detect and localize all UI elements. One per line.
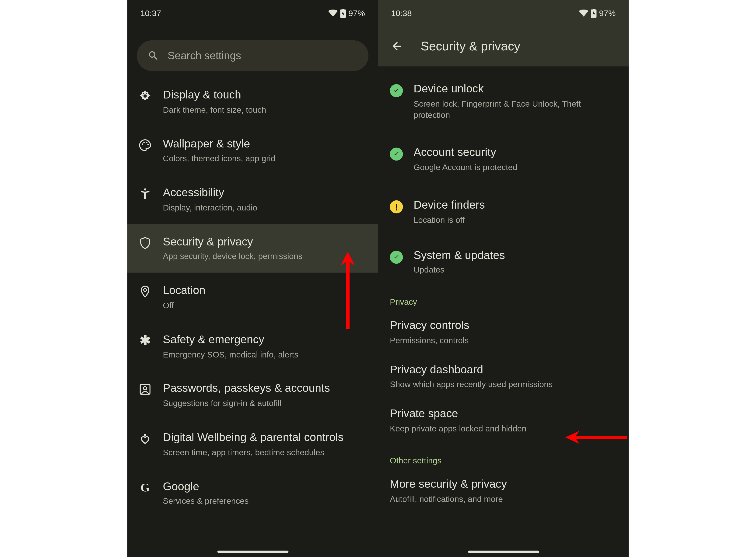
item-subtitle: Autofill, notifications, and more <box>390 494 617 505</box>
item-title: Private space <box>390 407 617 421</box>
svg-point-5 <box>144 289 146 292</box>
search-settings[interactable]: Search settings <box>137 40 369 71</box>
security-privacy-screen: 10:38 97% Security & privacy Device unlo… <box>378 0 629 557</box>
item-title: Digital Wellbeing & parental controls <box>163 430 366 445</box>
sp-item-privacy-controls[interactable]: Privacy controls Permissions, controls <box>378 310 629 354</box>
back-button[interactable] <box>386 36 407 57</box>
clock: 10:38 <box>391 8 412 18</box>
battery-icon <box>591 8 597 18</box>
status-bar: 10:38 97% <box>378 0 629 26</box>
palette-icon <box>138 138 152 152</box>
section-header-privacy: Privacy <box>378 284 629 310</box>
sp-item-private-space[interactable]: Private space Keep private apps locked a… <box>378 399 629 443</box>
brightness-icon <box>138 89 152 103</box>
svg-point-3 <box>147 144 149 145</box>
arrow-back-icon <box>390 40 403 53</box>
item-subtitle: Location is off <box>414 215 617 226</box>
item-subtitle: Keep private apps locked and hidden <box>390 423 617 435</box>
settings-item-accessibility[interactable]: Accessibility Display, interaction, audi… <box>127 175 378 224</box>
item-title: Display & touch <box>163 88 366 102</box>
battery-percent: 97% <box>349 8 365 18</box>
status-ok-icon <box>390 84 403 97</box>
settings-item-location[interactable]: Location Off <box>127 273 378 322</box>
svg-point-1 <box>143 141 145 143</box>
nav-indicator[interactable] <box>217 551 288 553</box>
settings-item-wallpaper[interactable]: Wallpaper & style Colors, themed icons, … <box>127 126 378 175</box>
sp-item-account-security[interactable]: Account security Google Account is prote… <box>378 137 629 181</box>
wifi-icon <box>328 9 338 17</box>
google-icon: G <box>138 480 152 495</box>
wifi-icon <box>579 9 589 17</box>
page-title: Security & privacy <box>421 39 520 54</box>
item-title: System & updates <box>414 248 617 263</box>
item-subtitle: Display, interaction, audio <box>163 202 366 213</box>
item-subtitle: Screen lock, Fingerprint & Face Unlock, … <box>414 98 617 121</box>
settings-item-display[interactable]: Display & touch Dark theme, font size, t… <box>127 77 378 126</box>
search-icon <box>147 50 159 62</box>
item-subtitle: Colors, themed icons, app grid <box>163 153 366 164</box>
item-subtitle: Google Account is protected <box>414 162 617 173</box>
item-title: Device finders <box>414 198 617 213</box>
settings-item-wellbeing[interactable]: Digital Wellbeing & parental controls Sc… <box>127 420 378 468</box>
item-title: Account security <box>414 145 617 160</box>
asterisk-icon: ✱ <box>138 334 152 348</box>
item-title: Privacy controls <box>390 318 617 333</box>
settings-item-security[interactable]: Security & privacy App security, device … <box>127 224 378 273</box>
item-subtitle: App security, device lock, permissions <box>163 251 366 262</box>
item-title: Accessibility <box>163 185 366 200</box>
sp-item-device-unlock[interactable]: Device unlock Screen lock, Fingerprint &… <box>378 74 629 129</box>
status-ok-icon <box>390 148 403 161</box>
status-warn-icon: ! <box>390 200 403 214</box>
svg-rect-6 <box>140 385 150 395</box>
status-bar: 10:37 97% <box>127 0 378 26</box>
nav-indicator[interactable] <box>468 551 539 553</box>
item-title: Passwords, passkeys & accounts <box>163 381 366 396</box>
sp-item-system-updates[interactable]: System & updates Updates <box>378 240 629 284</box>
item-subtitle: Updates <box>414 265 617 276</box>
item-subtitle: Services & preferences <box>163 496 366 507</box>
svg-point-0 <box>142 143 143 145</box>
item-subtitle: Dark theme, font size, touch <box>163 104 366 115</box>
sp-item-more-security[interactable]: More security & privacy Autofill, notifi… <box>378 469 629 513</box>
item-title: More security & privacy <box>390 477 617 492</box>
item-title: Location <box>163 283 366 298</box>
shield-icon <box>138 236 152 250</box>
svg-point-4 <box>144 188 146 191</box>
item-title: Device unlock <box>414 82 617 97</box>
svg-point-7 <box>143 387 147 390</box>
battery-icon <box>340 8 346 18</box>
item-subtitle: Permissions, controls <box>390 335 617 346</box>
wellbeing-icon <box>138 432 152 446</box>
clock: 10:37 <box>140 8 161 18</box>
settings-item-google[interactable]: G Google Services & preferences <box>127 468 378 518</box>
item-title: Google <box>163 479 366 494</box>
item-title: Privacy dashboard <box>390 363 617 377</box>
battery-percent: 97% <box>599 8 616 18</box>
accessibility-icon <box>138 187 152 201</box>
settings-item-safety[interactable]: ✱ Safety & emergency Emergency SOS, medi… <box>127 322 378 371</box>
item-title: Wallpaper & style <box>163 137 366 152</box>
item-subtitle: Show which apps recently used permission… <box>390 379 617 390</box>
search-placeholder: Search settings <box>167 49 241 62</box>
account-box-icon <box>138 382 152 397</box>
item-subtitle: Suggestions for sign-in & autofill <box>163 398 366 409</box>
item-title: Safety & emergency <box>163 333 366 347</box>
item-title: Security & privacy <box>163 235 366 249</box>
item-subtitle: Off <box>163 300 366 311</box>
location-icon <box>138 285 152 299</box>
settings-main-screen: 10:37 97% Search settings Display & touc… <box>127 0 378 557</box>
svg-point-2 <box>146 142 147 143</box>
section-header-other: Other settings <box>378 443 629 469</box>
sp-item-device-finders[interactable]: ! Device finders Location is off <box>378 190 629 234</box>
settings-item-passwords[interactable]: Passwords, passkeys & accounts Suggestio… <box>127 371 378 420</box>
status-ok-icon <box>390 251 403 263</box>
svg-point-8 <box>144 434 146 436</box>
item-subtitle: Emergency SOS, medical info, alerts <box>163 349 366 360</box>
sp-item-privacy-dashboard[interactable]: Privacy dashboard Show which apps recent… <box>378 354 629 398</box>
item-subtitle: Screen time, app timers, bedtime schedul… <box>163 446 366 458</box>
